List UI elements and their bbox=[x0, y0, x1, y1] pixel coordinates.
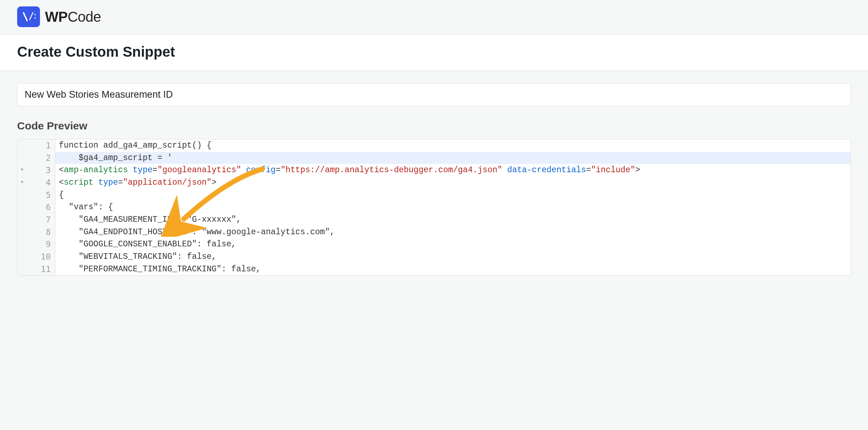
fold-gutter bbox=[17, 238, 27, 251]
fold-gutter bbox=[17, 226, 27, 239]
logo-text-bold: WP bbox=[45, 9, 67, 25]
fold-gutter[interactable]: ▾ bbox=[17, 164, 27, 176]
logo: /> WPCode bbox=[17, 6, 851, 27]
code-content[interactable]: "WEBVITALS_TRACKING": false, bbox=[55, 251, 851, 263]
line-number: 10 bbox=[27, 251, 55, 263]
fold-gutter bbox=[17, 152, 27, 164]
code-content[interactable]: <script type="application/json"> bbox=[55, 176, 851, 189]
svg-text:/>: /> bbox=[29, 11, 36, 21]
app-header: /> WPCode bbox=[0, 0, 868, 34]
code-line[interactable]: 10 "WEBVITALS_TRACKING": false, bbox=[17, 251, 851, 263]
snippet-title-input[interactable] bbox=[17, 83, 851, 106]
code-content[interactable]: "vars": { bbox=[55, 201, 851, 214]
code-line[interactable]: 9 "GOOGLE_CONSENT_ENABLED": false, bbox=[17, 238, 851, 251]
code-line[interactable]: 5{ bbox=[17, 189, 851, 201]
line-number: 2 bbox=[27, 152, 55, 164]
fold-gutter bbox=[17, 263, 27, 276]
code-line[interactable]: 7 "GA4_MEASUREMENT_ID": "G-xxxxxx", bbox=[17, 214, 851, 226]
fold-gutter[interactable]: ▾ bbox=[17, 176, 27, 189]
line-number: 7 bbox=[27, 214, 55, 226]
line-number: 5 bbox=[27, 189, 55, 201]
code-line[interactable]: 8 "GA4_ENDPOINT_HOSTNAME": "www.google-a… bbox=[17, 226, 851, 239]
code-content[interactable]: "GOOGLE_CONSENT_ENABLED": false, bbox=[55, 238, 851, 251]
code-content[interactable]: <amp-analytics type="googleanalytics" co… bbox=[55, 164, 851, 176]
code-line[interactable]: 6 "vars": { bbox=[17, 201, 851, 214]
fold-gutter bbox=[17, 251, 27, 263]
code-content[interactable]: function add_ga4_amp_script() { bbox=[55, 139, 851, 152]
code-content[interactable]: { bbox=[55, 189, 851, 201]
code-line[interactable]: 11 "PERFORMANCE_TIMING_TRACKING": false, bbox=[17, 263, 851, 276]
line-number: 6 bbox=[27, 201, 55, 214]
line-number: 4 bbox=[27, 176, 55, 189]
logo-text-light: Code bbox=[67, 9, 101, 25]
wpcode-logo-icon: /> bbox=[17, 6, 40, 27]
code-line[interactable]: 2 $ga4_amp_script = ' bbox=[17, 152, 851, 164]
code-line[interactable]: ▾4<script type="application/json"> bbox=[17, 176, 851, 189]
line-number: 3 bbox=[27, 164, 55, 176]
fold-gutter bbox=[17, 189, 27, 201]
fold-gutter bbox=[17, 214, 27, 226]
logo-text: WPCode bbox=[45, 9, 101, 25]
code-content[interactable]: $ga4_amp_script = ' bbox=[55, 152, 851, 164]
line-number: 8 bbox=[27, 226, 55, 239]
fold-gutter bbox=[17, 139, 27, 152]
code-line[interactable]: ▾3<amp-analytics type="googleanalytics" … bbox=[17, 164, 851, 176]
page-title-band: Create Custom Snippet bbox=[0, 34, 868, 71]
code-content[interactable]: "GA4_ENDPOINT_HOSTNAME": "www.google-ana… bbox=[55, 226, 851, 239]
line-number: 1 bbox=[27, 139, 55, 152]
code-preview-heading: Code Preview bbox=[17, 120, 851, 132]
code-line[interactable]: 1function add_ga4_amp_script() { bbox=[17, 139, 851, 152]
code-content[interactable]: "GA4_MEASUREMENT_ID": "G-xxxxxx", bbox=[55, 214, 851, 226]
line-number: 9 bbox=[27, 238, 55, 251]
fold-gutter bbox=[17, 201, 27, 214]
page-title: Create Custom Snippet bbox=[17, 44, 851, 60]
content-area: Code Preview 1function add_ga4_amp_scrip… bbox=[0, 71, 868, 297]
code-content[interactable]: "PERFORMANCE_TIMING_TRACKING": false, bbox=[55, 263, 851, 276]
code-editor[interactable]: 1function add_ga4_amp_script() {2 $ga4_a… bbox=[17, 139, 851, 276]
line-number: 11 bbox=[27, 263, 55, 276]
